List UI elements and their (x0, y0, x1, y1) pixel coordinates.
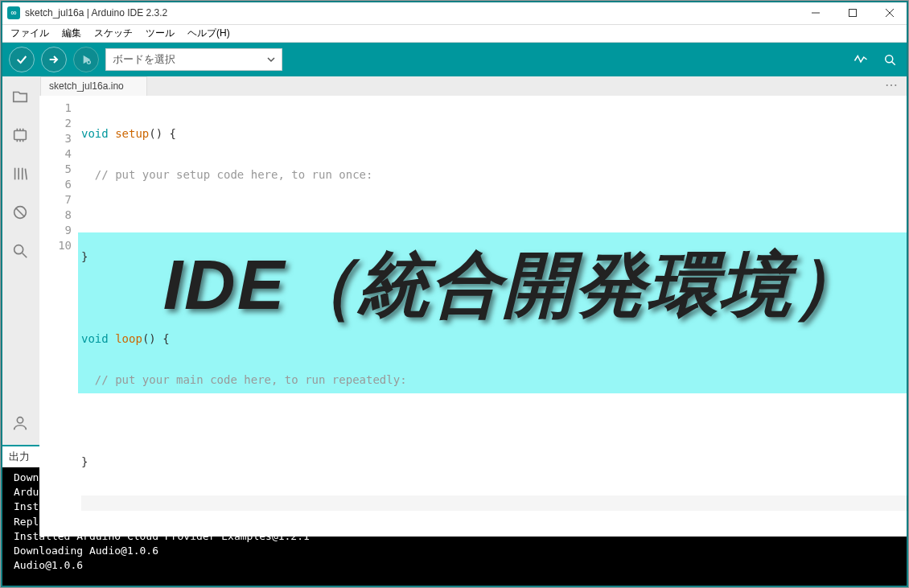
sidebar (1, 76, 39, 445)
app-icon (7, 6, 20, 19)
board-select-label: ボードを選択 (113, 52, 175, 67)
menu-sketch[interactable]: スケッチ (88, 25, 139, 42)
menu-edit[interactable]: 編集 (56, 25, 88, 42)
tab-active[interactable]: sketch_jul16a.ino (40, 76, 147, 96)
search-icon[interactable] (6, 237, 34, 265)
menubar: ファイル 編集 スケッチ ツール ヘルプ(H) (1, 25, 908, 43)
main-area: sketch_jul16a.ino ⋯ 12345678910 void set… (1, 76, 908, 445)
tab-overflow-button[interactable]: ⋯ (885, 77, 899, 96)
output-label: 出力 (9, 450, 30, 464)
gutter: 12345678910 (39, 96, 78, 537)
code-content[interactable]: void setup() { // put your setup code he… (78, 96, 908, 537)
board-select[interactable]: ボードを選択 (105, 48, 282, 71)
boards-manager-icon[interactable] (6, 121, 34, 149)
menu-help[interactable]: ヘルプ(H) (181, 25, 237, 42)
close-button[interactable] (871, 1, 908, 25)
maximize-button[interactable] (834, 1, 871, 25)
minimize-button[interactable] (797, 1, 834, 25)
svg-rect-1 (849, 9, 857, 16)
sketchbook-icon[interactable] (6, 83, 34, 110)
debug-icon[interactable] (6, 199, 34, 226)
svg-point-6 (87, 60, 90, 64)
menu-tools[interactable]: ツール (139, 25, 181, 42)
svg-point-24 (17, 417, 23, 423)
svg-line-8 (891, 61, 895, 65)
svg-rect-9 (14, 131, 27, 140)
titlebar: sketch_jul16a | Arduino IDE 2.3.2 (1, 1, 908, 25)
svg-line-21 (16, 208, 25, 217)
debug-button[interactable] (73, 47, 99, 72)
output-line: Downloading Audio@1.0.6 (14, 544, 895, 558)
svg-line-19 (25, 169, 27, 180)
window-title: sketch_jul16a | Arduino IDE 2.3.2 (25, 7, 797, 19)
upload-button[interactable] (41, 47, 67, 72)
svg-marker-5 (84, 56, 89, 63)
toolbar: ボードを選択 (1, 43, 908, 76)
verify-button[interactable] (9, 47, 35, 72)
svg-line-23 (23, 253, 27, 258)
tabbar: sketch_jul16a.ino ⋯ (39, 76, 908, 96)
chevron-down-icon (267, 56, 275, 64)
menu-file[interactable]: ファイル (4, 25, 56, 42)
output-line: Audio@1.0.6 (14, 558, 895, 573)
serial-plotter-button[interactable] (850, 49, 871, 70)
account-icon[interactable] (6, 409, 34, 437)
svg-point-22 (14, 245, 23, 254)
code-editor[interactable]: 12345678910 void setup() { // put your s… (39, 96, 908, 537)
library-manager-icon[interactable] (6, 160, 34, 187)
editor-pane: sketch_jul16a.ino ⋯ 12345678910 void set… (39, 76, 908, 445)
serial-monitor-button[interactable] (879, 49, 900, 70)
